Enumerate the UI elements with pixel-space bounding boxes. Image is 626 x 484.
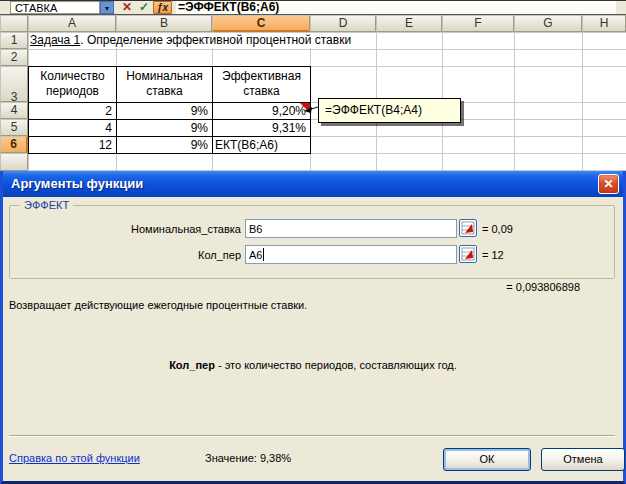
- value-label: Значение:: [205, 452, 257, 464]
- cell-a1-title[interactable]: Задача 1. Определение эффективной процен…: [30, 33, 375, 48]
- arg2-input[interactable]: [245, 245, 457, 264]
- function-groupbox: ЭФФЕКТ: [9, 205, 615, 279]
- function-description: Возвращает действующие ежегодные процент…: [9, 299, 307, 311]
- cell-b3[interactable]: Номинальная ставка: [116, 66, 213, 103]
- name-box-dropdown-icon[interactable]: ▼: [100, 1, 114, 14]
- column-header-a[interactable]: A: [28, 15, 116, 32]
- row-header-1[interactable]: 1: [0, 32, 28, 49]
- cell-b5[interactable]: 9%: [116, 119, 213, 137]
- ok-button[interactable]: ОК: [443, 448, 531, 471]
- formula-result-value: = 0,093806898: [303, 281, 580, 293]
- range-selector-icon: [461, 221, 475, 235]
- close-icon[interactable]: ✕: [598, 174, 619, 194]
- cell-a4[interactable]: 2: [28, 102, 117, 120]
- select-all-corner[interactable]: [0, 15, 28, 32]
- column-header-f[interactable]: F: [442, 15, 514, 32]
- arg1-evaluated-value: = 0,09: [482, 221, 513, 237]
- value-line: Значение: 9,38%: [205, 452, 291, 464]
- enter-entry-icon[interactable]: ✓: [136, 1, 152, 14]
- cell-c5[interactable]: 9,31%: [212, 119, 311, 137]
- cell-c3[interactable]: Эффективная ставка: [212, 66, 311, 103]
- arg1-collapse-button[interactable]: [459, 219, 477, 237]
- formula-input[interactable]: =ЭФФЕКТ(B6;A6): [176, 1, 616, 14]
- dialog-title: Аргументы функции: [3, 171, 623, 197]
- cell-a3[interactable]: Количество периодов: [28, 66, 117, 103]
- help-link[interactable]: Справка по этой функции: [9, 452, 140, 464]
- cell-b6[interactable]: 9%: [116, 136, 213, 154]
- arg1-label: Номинальная_ставка: [61, 221, 241, 237]
- arg2-label: Кол_пер: [61, 247, 241, 263]
- formula-bar: СТАВКА ▼ ✕ ✓ ƒx =ЭФФЕКТ(B6;A6): [0, 1, 626, 15]
- cell-c4[interactable]: 9,20%: [212, 102, 311, 120]
- row-header-3[interactable]: 3: [0, 66, 28, 102]
- column-header-c[interactable]: C: [212, 15, 310, 32]
- cell-a5[interactable]: 4: [28, 119, 117, 137]
- row-header-6[interactable]: 6: [0, 136, 28, 153]
- cancel-button[interactable]: Отмена: [541, 448, 625, 471]
- column-header-e[interactable]: E: [376, 15, 442, 32]
- row-header-5[interactable]: 5: [0, 119, 28, 136]
- column-header-d[interactable]: D: [310, 15, 376, 32]
- cancel-entry-icon[interactable]: ✕: [119, 1, 135, 14]
- argument-help-text: Кол_пер - это количество периодов, соста…: [3, 359, 623, 371]
- value-text: 9,38%: [260, 452, 291, 464]
- column-header-g[interactable]: G: [514, 15, 582, 32]
- cell-b4[interactable]: 9%: [116, 102, 213, 120]
- argument-help-desc: - это количество периодов, составляющих …: [215, 359, 457, 371]
- text-caret: [263, 248, 264, 261]
- arg2-collapse-button[interactable]: [459, 245, 477, 263]
- row-header-4[interactable]: 4: [0, 102, 28, 119]
- cell-a6[interactable]: 12: [28, 136, 117, 154]
- dialog-separator: [9, 435, 615, 437]
- spreadsheet-grid: A B C D E F G H 1 2 3 4 5 6 Задача 1. Оп…: [0, 15, 626, 171]
- dialog-titlebar[interactable]: Аргументы функции: [3, 171, 623, 197]
- range-selector-icon: [461, 247, 475, 261]
- function-arguments-dialog: Аргументы функции ✕ ЭФФЕКТ Номинальная_с…: [0, 171, 626, 484]
- cell-c6-editing[interactable]: ЕКТ(B6;A6): [212, 136, 311, 154]
- arg1-input[interactable]: [245, 219, 457, 238]
- column-header-b[interactable]: B: [116, 15, 212, 32]
- formula-comment-tooltip: =ЭФФЕКТ(B4;A4): [318, 98, 461, 123]
- function-name-label: ЭФФЕКТ: [20, 199, 73, 211]
- column-header-h[interactable]: H: [582, 15, 626, 32]
- name-box[interactable]: СТАВКА: [10, 1, 100, 14]
- title-underlined-part: Задача 1: [30, 33, 80, 47]
- excel-window: СТАВКА ▼ ✕ ✓ ƒx =ЭФФЕКТ(B6;A6): [0, 0, 626, 484]
- argument-help-name: Кол_пер: [169, 359, 215, 371]
- arg2-evaluated-value: = 12: [482, 247, 504, 263]
- row-header-partial[interactable]: [0, 153, 28, 171]
- title-rest-part: . Определение эффективной процентной ста…: [80, 33, 351, 47]
- insert-function-icon[interactable]: ƒx: [153, 1, 172, 14]
- row-header-2[interactable]: 2: [0, 49, 28, 66]
